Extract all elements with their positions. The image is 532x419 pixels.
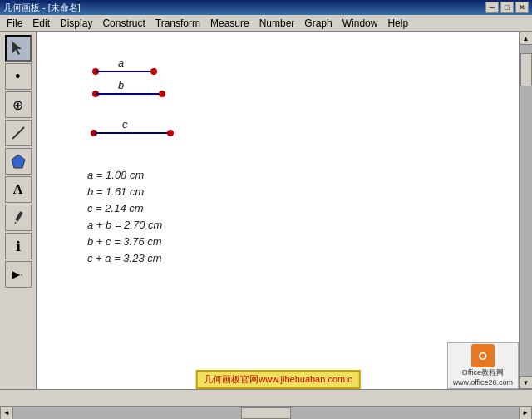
arrow-tool[interactable] [5,35,32,62]
animate-tool[interactable]: ▶· [5,261,32,288]
canvas-area: a b c a = 1.08 cm b = 1.61 cm c = 2.14 c… [37,32,519,389]
maximize-button[interactable]: □ [500,2,514,13]
scroll-thumb-vertical[interactable] [520,53,532,86]
svg-text:b: b [118,79,124,91]
svg-marker-4 [13,222,16,225]
polygon-tool[interactable] [5,148,32,175]
svg-marker-2 [12,155,25,168]
menu-measure[interactable]: Measure [205,16,254,31]
marker-tool[interactable] [5,205,32,231]
menu-window[interactable]: Window [337,16,383,31]
measure-a: a = 1.08 cm [87,169,144,181]
watermark-text: 几何画板官网www.jihehuaban.com.c [204,374,352,384]
scroll-down-button[interactable]: ▼ [520,376,533,389]
minimize-button[interactable]: ─ [485,2,499,13]
measure-b-plus-c: b + c = 3.76 cm [87,235,162,248]
svg-marker-0 [12,42,22,55]
compass-tool[interactable]: ⊕ [5,91,32,118]
menu-graph[interactable]: Graph [299,16,337,31]
menu-bar: File Edit Display Construct Transform Me… [0,15,532,32]
arrow-icon [10,40,27,57]
scroll-thumb-horizontal[interactable] [241,407,291,419]
office-watermark: O Office教程网www.office26.com [447,342,519,389]
bottom-scrollbar: ◄ ► [0,406,532,419]
scroll-track-vertical[interactable] [520,45,533,376]
svg-point-11 [159,91,165,97]
polygon-icon [10,153,27,170]
svg-text:c: c [122,118,128,131]
office-text: Office教程网www.office26.com [453,367,513,387]
line-icon [10,125,27,141]
svg-point-13 [91,130,97,136]
title-bar-buttons: ─ □ ✕ [485,2,529,13]
svg-point-9 [92,91,99,97]
scroll-right-button[interactable]: ► [519,407,532,420]
measure-c: c = 2.14 cm [87,202,144,214]
menu-transform[interactable]: Transform [150,16,205,31]
scroll-track-horizontal[interactable] [13,407,519,420]
point-tool[interactable]: • [5,63,32,90]
menu-number[interactable]: Number [254,16,300,31]
info-tool[interactable]: ℹ [5,233,32,259]
svg-line-1 [12,127,24,139]
svg-point-15 [167,130,174,136]
menu-display[interactable]: Display [55,16,97,31]
text-tool[interactable]: A [5,176,32,203]
scroll-up-button[interactable]: ▲ [520,32,533,45]
menu-construct[interactable]: Construct [97,16,150,31]
menu-help[interactable]: Help [382,16,413,31]
status-bar [0,389,532,406]
svg-point-7 [150,68,157,75]
close-button[interactable]: ✕ [515,2,529,13]
right-scrollbar: ▲ ▼ [519,32,532,389]
toolbar: • ⊕ A ℹ ▶· [0,32,37,389]
svg-text:a: a [118,57,124,69]
measure-a-plus-b: a + b = 2.70 cm [87,219,162,231]
measure-b: b = 1.61 cm [87,185,144,198]
menu-file[interactable]: File [2,16,27,31]
menu-edit[interactable]: Edit [27,16,55,31]
main-layout: • ⊕ A ℹ ▶· a [0,32,532,389]
office-icon: O [471,344,495,367]
marker-icon [10,210,27,226]
watermark-banner: 几何画板官网www.jihehuaban.com.c [195,370,361,389]
svg-rect-3 [15,211,22,221]
title-bar: 几何画板 - [未命名] ─ □ ✕ [0,0,532,15]
measure-c-plus-a: c + a = 3.23 cm [87,252,162,264]
title-bar-title: 几何画板 - [未命名] [3,2,81,14]
line-tool[interactable] [5,120,32,146]
svg-point-5 [92,68,99,75]
scroll-left-button[interactable]: ◄ [0,407,13,420]
